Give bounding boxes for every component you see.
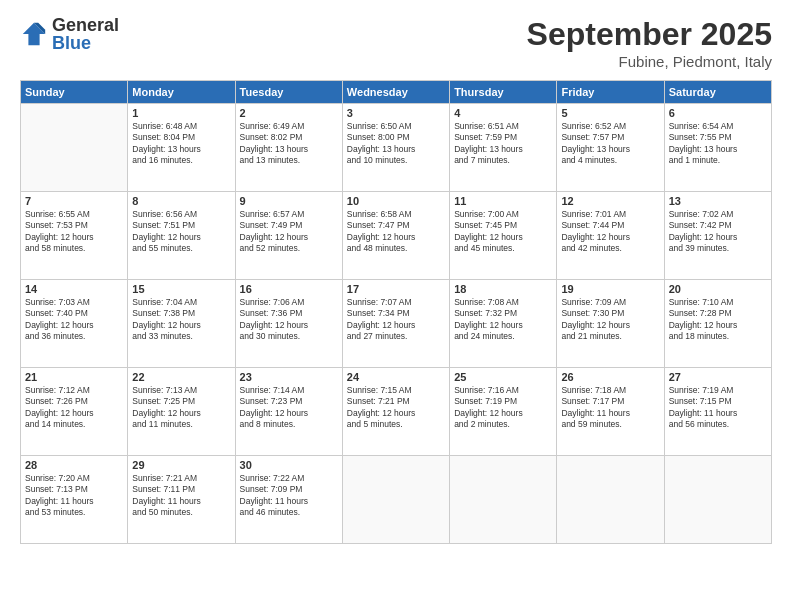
calendar-cell: 26Sunrise: 7:18 AMSunset: 7:17 PMDayligh…	[557, 368, 664, 456]
day-number: 1	[132, 107, 230, 119]
day-number: 14	[25, 283, 123, 295]
day-info: Sunrise: 7:21 AMSunset: 7:11 PMDaylight:…	[132, 473, 230, 519]
calendar-week-row: 21Sunrise: 7:12 AMSunset: 7:26 PMDayligh…	[21, 368, 772, 456]
logo: General Blue	[20, 16, 119, 52]
day-info: Sunrise: 7:06 AMSunset: 7:36 PMDaylight:…	[240, 297, 338, 343]
day-number: 17	[347, 283, 445, 295]
day-info: Sunrise: 7:09 AMSunset: 7:30 PMDaylight:…	[561, 297, 659, 343]
month-title: September 2025	[527, 16, 772, 53]
day-number: 5	[561, 107, 659, 119]
day-info: Sunrise: 7:04 AMSunset: 7:38 PMDaylight:…	[132, 297, 230, 343]
day-number: 13	[669, 195, 767, 207]
calendar-cell: 28Sunrise: 7:20 AMSunset: 7:13 PMDayligh…	[21, 456, 128, 544]
day-number: 25	[454, 371, 552, 383]
calendar-cell: 3Sunrise: 6:50 AMSunset: 8:00 PMDaylight…	[342, 104, 449, 192]
calendar-week-row: 7Sunrise: 6:55 AMSunset: 7:53 PMDaylight…	[21, 192, 772, 280]
day-info: Sunrise: 7:01 AMSunset: 7:44 PMDaylight:…	[561, 209, 659, 255]
day-number: 15	[132, 283, 230, 295]
day-info: Sunrise: 7:03 AMSunset: 7:40 PMDaylight:…	[25, 297, 123, 343]
header: General Blue September 2025 Fubine, Pied…	[20, 16, 772, 70]
day-number: 2	[240, 107, 338, 119]
day-number: 21	[25, 371, 123, 383]
calendar-cell: 12Sunrise: 7:01 AMSunset: 7:44 PMDayligh…	[557, 192, 664, 280]
day-number: 20	[669, 283, 767, 295]
calendar-cell: 13Sunrise: 7:02 AMSunset: 7:42 PMDayligh…	[664, 192, 771, 280]
day-info: Sunrise: 6:57 AMSunset: 7:49 PMDaylight:…	[240, 209, 338, 255]
day-number: 3	[347, 107, 445, 119]
page: General Blue September 2025 Fubine, Pied…	[0, 0, 792, 612]
calendar-cell: 25Sunrise: 7:16 AMSunset: 7:19 PMDayligh…	[450, 368, 557, 456]
calendar-cell: 30Sunrise: 7:22 AMSunset: 7:09 PMDayligh…	[235, 456, 342, 544]
calendar-cell	[664, 456, 771, 544]
day-header-tuesday: Tuesday	[235, 81, 342, 104]
day-number: 30	[240, 459, 338, 471]
calendar-cell	[450, 456, 557, 544]
logo-icon	[20, 20, 48, 48]
day-info: Sunrise: 7:19 AMSunset: 7:15 PMDaylight:…	[669, 385, 767, 431]
logo-general-text: General	[52, 16, 119, 34]
day-number: 23	[240, 371, 338, 383]
calendar-cell: 10Sunrise: 6:58 AMSunset: 7:47 PMDayligh…	[342, 192, 449, 280]
calendar-cell	[557, 456, 664, 544]
logo-text: General Blue	[52, 16, 119, 52]
day-info: Sunrise: 7:15 AMSunset: 7:21 PMDaylight:…	[347, 385, 445, 431]
day-number: 9	[240, 195, 338, 207]
day-number: 7	[25, 195, 123, 207]
calendar-cell: 5Sunrise: 6:52 AMSunset: 7:57 PMDaylight…	[557, 104, 664, 192]
calendar-cell: 2Sunrise: 6:49 AMSunset: 8:02 PMDaylight…	[235, 104, 342, 192]
calendar-cell: 22Sunrise: 7:13 AMSunset: 7:25 PMDayligh…	[128, 368, 235, 456]
day-number: 12	[561, 195, 659, 207]
calendar-cell: 18Sunrise: 7:08 AMSunset: 7:32 PMDayligh…	[450, 280, 557, 368]
day-number: 24	[347, 371, 445, 383]
day-info: Sunrise: 7:14 AMSunset: 7:23 PMDaylight:…	[240, 385, 338, 431]
day-number: 11	[454, 195, 552, 207]
day-header-thursday: Thursday	[450, 81, 557, 104]
day-number: 26	[561, 371, 659, 383]
calendar-cell: 19Sunrise: 7:09 AMSunset: 7:30 PMDayligh…	[557, 280, 664, 368]
calendar-cell: 7Sunrise: 6:55 AMSunset: 7:53 PMDaylight…	[21, 192, 128, 280]
day-number: 6	[669, 107, 767, 119]
day-info: Sunrise: 7:20 AMSunset: 7:13 PMDaylight:…	[25, 473, 123, 519]
day-number: 27	[669, 371, 767, 383]
day-info: Sunrise: 7:10 AMSunset: 7:28 PMDaylight:…	[669, 297, 767, 343]
day-info: Sunrise: 6:52 AMSunset: 7:57 PMDaylight:…	[561, 121, 659, 167]
calendar-cell: 8Sunrise: 6:56 AMSunset: 7:51 PMDaylight…	[128, 192, 235, 280]
calendar-week-row: 1Sunrise: 6:48 AMSunset: 8:04 PMDaylight…	[21, 104, 772, 192]
calendar-cell: 21Sunrise: 7:12 AMSunset: 7:26 PMDayligh…	[21, 368, 128, 456]
logo-blue-text: Blue	[52, 34, 119, 52]
calendar-cell: 1Sunrise: 6:48 AMSunset: 8:04 PMDaylight…	[128, 104, 235, 192]
day-number: 10	[347, 195, 445, 207]
calendar-cell: 16Sunrise: 7:06 AMSunset: 7:36 PMDayligh…	[235, 280, 342, 368]
day-info: Sunrise: 6:54 AMSunset: 7:55 PMDaylight:…	[669, 121, 767, 167]
day-info: Sunrise: 7:08 AMSunset: 7:32 PMDaylight:…	[454, 297, 552, 343]
day-header-monday: Monday	[128, 81, 235, 104]
day-number: 19	[561, 283, 659, 295]
day-info: Sunrise: 6:58 AMSunset: 7:47 PMDaylight:…	[347, 209, 445, 255]
calendar-cell: 11Sunrise: 7:00 AMSunset: 7:45 PMDayligh…	[450, 192, 557, 280]
calendar-week-row: 14Sunrise: 7:03 AMSunset: 7:40 PMDayligh…	[21, 280, 772, 368]
calendar-cell: 4Sunrise: 6:51 AMSunset: 7:59 PMDaylight…	[450, 104, 557, 192]
calendar-cell: 20Sunrise: 7:10 AMSunset: 7:28 PMDayligh…	[664, 280, 771, 368]
day-number: 16	[240, 283, 338, 295]
day-info: Sunrise: 6:50 AMSunset: 8:00 PMDaylight:…	[347, 121, 445, 167]
day-info: Sunrise: 7:22 AMSunset: 7:09 PMDaylight:…	[240, 473, 338, 519]
calendar-cell: 6Sunrise: 6:54 AMSunset: 7:55 PMDaylight…	[664, 104, 771, 192]
day-header-friday: Friday	[557, 81, 664, 104]
calendar-cell: 15Sunrise: 7:04 AMSunset: 7:38 PMDayligh…	[128, 280, 235, 368]
day-header-sunday: Sunday	[21, 81, 128, 104]
day-number: 8	[132, 195, 230, 207]
day-number: 18	[454, 283, 552, 295]
day-info: Sunrise: 7:16 AMSunset: 7:19 PMDaylight:…	[454, 385, 552, 431]
calendar-cell: 17Sunrise: 7:07 AMSunset: 7:34 PMDayligh…	[342, 280, 449, 368]
subtitle: Fubine, Piedmont, Italy	[527, 53, 772, 70]
day-info: Sunrise: 7:07 AMSunset: 7:34 PMDaylight:…	[347, 297, 445, 343]
calendar-cell: 24Sunrise: 7:15 AMSunset: 7:21 PMDayligh…	[342, 368, 449, 456]
day-info: Sunrise: 7:02 AMSunset: 7:42 PMDaylight:…	[669, 209, 767, 255]
calendar-cell: 9Sunrise: 6:57 AMSunset: 7:49 PMDaylight…	[235, 192, 342, 280]
day-info: Sunrise: 7:12 AMSunset: 7:26 PMDaylight:…	[25, 385, 123, 431]
day-info: Sunrise: 7:13 AMSunset: 7:25 PMDaylight:…	[132, 385, 230, 431]
calendar-cell	[342, 456, 449, 544]
day-info: Sunrise: 7:00 AMSunset: 7:45 PMDaylight:…	[454, 209, 552, 255]
calendar-table: SundayMondayTuesdayWednesdayThursdayFrid…	[20, 80, 772, 544]
calendar-header-row: SundayMondayTuesdayWednesdayThursdayFrid…	[21, 81, 772, 104]
